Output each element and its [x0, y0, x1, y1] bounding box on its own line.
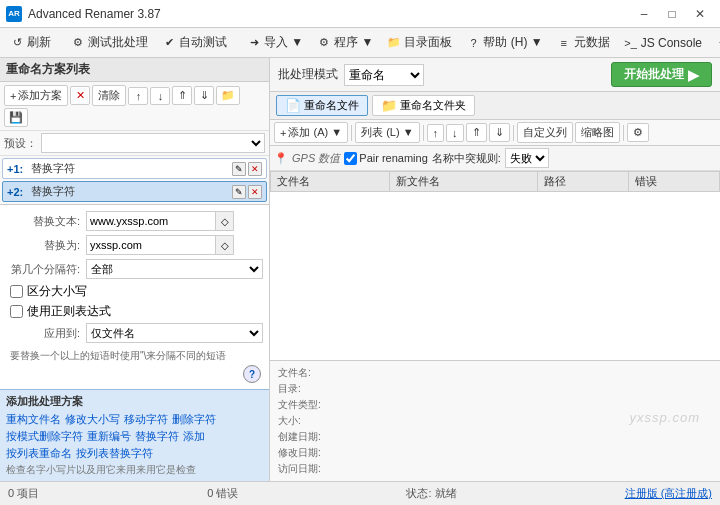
tab-rename-folders[interactable]: 📁 重命名文件夹 [372, 95, 475, 116]
list-button[interactable]: 列表 (L) ▼ [355, 122, 419, 143]
apply-to-select[interactable]: 仅文件名 [86, 323, 263, 343]
col-up-button[interactable]: ↑ [427, 124, 445, 142]
custom-col-button[interactable]: 自定义列 [517, 122, 573, 143]
jsconsole-icon: >_ [624, 36, 638, 50]
menu-directory[interactable]: 📁 目录面板 [381, 31, 458, 54]
replace-text-input[interactable] [86, 211, 216, 231]
register-link[interactable]: 注册版 (高注册成) [625, 486, 712, 501]
program-icon: ⚙ [317, 36, 331, 50]
thumbnail-label: 缩略图 [581, 125, 614, 140]
replace-with-input[interactable] [86, 235, 216, 255]
menu-metadata[interactable]: ≡ 元数据 [551, 31, 616, 54]
method-list: +1: 替换字符 ✎ ✕ +2: 替换字符 ✎ ✕ [0, 156, 269, 204]
replace-with-icon-btn[interactable]: ◇ [216, 235, 234, 255]
accessed-label: 访问日期: [278, 463, 321, 474]
file-info-accessed: 访问日期: [278, 461, 712, 477]
move-up-button[interactable]: ↑ [128, 87, 148, 105]
remove-icon[interactable]: ✕ [70, 86, 90, 105]
col-sep-3 [513, 125, 514, 141]
menu-directory-label: 目录面板 [404, 34, 452, 51]
mode-select[interactable]: 重命名 [344, 64, 424, 86]
file-info-filename: 文件名: [278, 365, 712, 381]
col-down-button[interactable]: ↓ [446, 124, 464, 142]
add-method-list-replace[interactable]: 按列表替换字符 [76, 446, 153, 461]
start-batch-button[interactable]: 开始批处理 ▶ [611, 62, 712, 87]
move-down-button[interactable]: ↓ [150, 87, 170, 105]
replace-text-icon-btn[interactable]: ◇ [216, 211, 234, 231]
test-batch-icon: ⚙ [71, 36, 85, 50]
title-bar-controls: – □ ✕ [630, 0, 714, 28]
add-scheme-button[interactable]: + 添加方案 [4, 85, 68, 106]
add-method-pattern-delete[interactable]: 按模式删除字符 [6, 429, 83, 444]
occurrence-select[interactable]: 全部 [86, 259, 263, 279]
filename-label: 文件名: [278, 367, 311, 378]
help-button[interactable]: ? [243, 365, 261, 383]
method-name-1: 替换字符 [31, 161, 232, 176]
dir-label: 目录: [278, 383, 301, 394]
file-info-size: 大小: [278, 413, 712, 429]
pair-row: 📍 GPS 数值 Pair renaming 名称中突规则: 失败 [270, 146, 720, 171]
add-method-list-rename[interactable]: 按列表重命名 [6, 446, 72, 461]
method-close-1[interactable]: ✕ [248, 162, 262, 176]
method-close-2[interactable]: ✕ [248, 185, 262, 199]
add-method-extra: 检查名字小写片以及用它来用来用它是检查 [6, 463, 196, 477]
menu-jsconsole[interactable]: >_ JS Console [618, 33, 708, 53]
method-item-1[interactable]: +1: 替换字符 ✎ ✕ [2, 158, 267, 179]
menu-program-label: 程序 ▼ [334, 34, 373, 51]
menu-auto-test[interactable]: ✔ 自动测试 [156, 31, 233, 54]
folder-button[interactable]: 📁 [216, 86, 240, 105]
move-bottom-button[interactable]: ⇓ [194, 86, 214, 105]
menu-test-batch[interactable]: ⚙ 测试批处理 [65, 31, 154, 54]
add-method-renumber[interactable]: 重新编号 [87, 429, 131, 444]
menu-import[interactable]: ➜ 导入 ▼ [241, 31, 309, 54]
add-method-case[interactable]: 修改大小写 [65, 412, 120, 427]
add-icon: + [10, 90, 16, 102]
add-method-delete[interactable]: 删除字符 [172, 412, 216, 427]
method-controls-1: ✎ ✕ [232, 162, 262, 176]
method-item-2[interactable]: +2: 替换字符 ✎ ✕ [2, 181, 267, 202]
title-bar-left: AR Advanced Renamer 3.87 [6, 6, 161, 22]
rename-folders-label: 重命名文件夹 [400, 98, 466, 113]
col-bottom-button[interactable]: ⇓ [489, 123, 510, 142]
replace-with-row: 替换为: ◇ [6, 235, 263, 255]
add-method-title: 添加批处理方案 [6, 394, 263, 409]
close-button[interactable]: ✕ [686, 0, 714, 28]
method-edit-2[interactable]: ✎ [232, 185, 246, 199]
col-toolbar: + 添加 (A) ▼ 列表 (L) ▼ ↑ ↓ ⇑ ⇓ 自定义列 缩略图 ⚙ [270, 120, 720, 146]
occurrence-label: 第几个分隔符: [6, 262, 86, 277]
name-conflict-select[interactable]: 失败 [505, 148, 549, 168]
preset-select[interactable] [41, 133, 265, 153]
remove-x-icon: ✕ [76, 89, 85, 102]
file-table-container: 文件名 新文件名 路径 错误 [270, 171, 720, 360]
left-toolbar: + 添加方案 ✕ 清除 ↑ ↓ ⇑ ⇓ 📁 💾 [0, 82, 269, 131]
method-edit-1[interactable]: ✎ [232, 162, 246, 176]
maximize-button[interactable]: □ [658, 0, 686, 28]
add-method-restructure[interactable]: 重构文件名 [6, 412, 61, 427]
menu-undo[interactable]: ↩ 撤消 (U) [710, 31, 720, 54]
menu-help[interactable]: ? 帮助 (H) ▼ [460, 31, 548, 54]
col-settings-button[interactable]: ⚙ [627, 123, 649, 142]
mode-row: 批处理模式 重命名 [278, 64, 424, 86]
add-method-move[interactable]: 移动字符 [124, 412, 168, 427]
add-method-replace[interactable]: 替换字符 [135, 429, 179, 444]
add-files-button[interactable]: + 添加 (A) ▼ [274, 122, 348, 143]
menu-bar: ↺ 刷新 ⚙ 测试批处理 ✔ 自动测试 ➜ 导入 ▼ ⚙ 程序 ▼ 📁 目录面板… [0, 28, 720, 58]
move-top-button[interactable]: ⇑ [172, 86, 192, 105]
clear-button[interactable]: 清除 [92, 85, 126, 106]
add-scheme-label: 添加方案 [18, 88, 62, 103]
col-new-filename: 新文件名 [390, 172, 538, 192]
col-top-button[interactable]: ⇑ [466, 123, 487, 142]
save-button[interactable]: 💾 [4, 108, 28, 127]
regex-checkbox[interactable] [10, 305, 23, 318]
tab-rename-files[interactable]: 📄 重命名文件 [276, 95, 368, 116]
mode-label: 批处理模式 [278, 66, 338, 83]
regex-label: 使用正则表达式 [27, 303, 111, 320]
pair-renaming-checkbox[interactable] [344, 152, 357, 165]
minimize-button[interactable]: – [630, 0, 658, 28]
menu-program[interactable]: ⚙ 程序 ▼ [311, 31, 379, 54]
case-sensitive-checkbox[interactable] [10, 285, 23, 298]
thumbnail-button[interactable]: 缩略图 [575, 122, 620, 143]
menu-refresh[interactable]: ↺ 刷新 [4, 31, 57, 54]
menu-import-label: 导入 ▼ [264, 34, 303, 51]
add-method-add[interactable]: 添加 [183, 429, 205, 444]
